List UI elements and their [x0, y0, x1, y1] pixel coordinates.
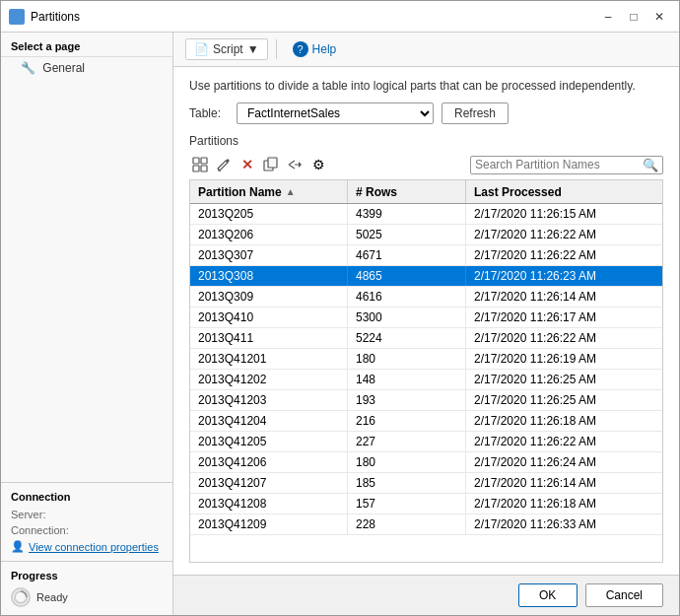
table-row[interactable]: 2013Q41204 216 2/17/2020 11:26:18 AM: [190, 411, 662, 432]
progress-text: Ready: [36, 591, 68, 603]
merge-partition-button[interactable]: [284, 154, 306, 175]
cell-rows: 180: [348, 452, 466, 472]
cell-rows: 180: [348, 349, 466, 369]
description-text: Use partitions to divide a table into lo…: [189, 79, 663, 93]
table-field-label: Table:: [189, 106, 229, 120]
window-title: Partitions: [31, 10, 80, 24]
table-row[interactable]: 2013Q411 5224 2/17/2020 11:26:22 AM: [190, 328, 662, 349]
table-row[interactable]: 2013Q41206 180 2/17/2020 11:26:24 AM: [190, 452, 662, 473]
cell-rows: 157: [348, 494, 466, 513]
script-button[interactable]: 📄 Script ▼: [185, 38, 268, 60]
table-header: Partition Name ▲ # Rows Last Processed: [190, 180, 662, 204]
general-icon: 🔧: [21, 61, 35, 75]
table-row[interactable]: 2013Q41203 193 2/17/2020 11:26:25 AM: [190, 390, 662, 411]
cell-rows: 185: [348, 473, 466, 493]
help-button[interactable]: ? Help: [285, 38, 345, 60]
svg-rect-1: [18, 11, 23, 16]
search-icon: 🔍: [643, 158, 658, 172]
toolbar-separator: [276, 39, 277, 59]
table-row[interactable]: 2013Q41201 180 2/17/2020 11:26:19 AM: [190, 349, 662, 370]
svg-rect-3: [18, 18, 23, 23]
script-label: Script: [213, 42, 243, 56]
progress-row: Ready: [11, 587, 163, 607]
title-bar-left: Partitions: [9, 9, 80, 25]
cell-processed: 2/17/2020 11:26:25 AM: [466, 390, 662, 410]
cell-processed: 2/17/2020 11:26:22 AM: [466, 225, 662, 244]
cell-name: 2013Q41209: [190, 514, 348, 534]
edit-partition-button[interactable]: [213, 154, 235, 175]
progress-section: Progress Ready: [1, 561, 172, 615]
svg-rect-6: [201, 158, 207, 164]
table-row[interactable]: 2013Q410 5300 2/17/2020 11:26:17 AM: [190, 308, 662, 328]
svg-rect-7: [193, 166, 199, 171]
table-row[interactable]: 2013Q41205 227 2/17/2020 11:26:22 AM: [190, 432, 662, 452]
table-info-row: Table: FactInternetSales Refresh: [189, 103, 663, 124]
ok-button[interactable]: OK: [518, 583, 578, 607]
new-partition-button[interactable]: [189, 154, 211, 175]
col-header-processed: Last Processed: [466, 180, 662, 203]
cell-rows: 5300: [348, 308, 466, 327]
help-label: Help: [312, 42, 337, 56]
table-row[interactable]: 2013Q41209 228 2/17/2020 11:26:33 AM: [190, 514, 662, 535]
cell-processed: 2/17/2020 11:26:33 AM: [466, 514, 662, 534]
script-arrow: ▼: [247, 42, 259, 56]
cell-processed: 2/17/2020 11:26:14 AM: [466, 287, 662, 307]
svg-rect-8: [201, 166, 207, 171]
cancel-button[interactable]: Cancel: [585, 583, 663, 607]
cell-name: 2013Q411: [190, 328, 348, 348]
cell-rows: 5224: [348, 328, 466, 348]
table-row[interactable]: 2013Q309 4616 2/17/2020 11:26:14 AM: [190, 287, 662, 308]
refresh-button[interactable]: Refresh: [442, 103, 509, 124]
search-box: 🔍: [470, 156, 663, 174]
search-input[interactable]: [475, 158, 643, 171]
cell-rows: 148: [348, 370, 466, 389]
col-header-name: Partition Name ▲: [190, 180, 348, 203]
table-select[interactable]: FactInternetSales: [237, 103, 434, 124]
minimize-button[interactable]: –: [596, 7, 620, 27]
cell-processed: 2/17/2020 11:26:15 AM: [466, 204, 662, 224]
right-panel: 📄 Script ▼ ? Help Use partitions to divi…: [173, 33, 679, 615]
delete-partition-button[interactable]: ✕: [237, 154, 258, 175]
content-area: Use partitions to divide a table into lo…: [173, 67, 679, 575]
sidebar-item-general[interactable]: 🔧 General: [1, 57, 172, 79]
main-content: Select a page 🔧 General Connection Serve…: [1, 33, 679, 615]
table-row[interactable]: 2013Q307 4671 2/17/2020 11:26:22 AM: [190, 245, 662, 266]
settings-partition-button[interactable]: ⚙: [307, 154, 329, 175]
cell-name: 2013Q309: [190, 287, 348, 307]
cell-processed: 2/17/2020 11:26:19 AM: [466, 349, 662, 369]
cell-rows: 193: [348, 390, 466, 410]
data-table: Partition Name ▲ # Rows Last Processed: [189, 179, 663, 563]
svg-rect-5: [193, 158, 199, 164]
cell-processed: 2/17/2020 11:26:18 AM: [466, 494, 662, 513]
view-connection-label[interactable]: View connection properties: [29, 541, 159, 553]
cell-rows: 4865: [348, 266, 466, 286]
view-connection-link[interactable]: 👤 View connection properties: [11, 540, 163, 553]
window-icon: [9, 9, 25, 25]
close-button[interactable]: ✕: [647, 7, 671, 27]
cell-name: 2013Q205: [190, 204, 348, 224]
toolbar: 📄 Script ▼ ? Help: [173, 33, 679, 67]
maximize-button[interactable]: □: [622, 7, 646, 27]
table-row[interactable]: 2013Q205 4399 2/17/2020 11:26:15 AM: [190, 204, 662, 225]
connection-title: Connection: [11, 491, 163, 503]
table-row[interactable]: 2013Q41202 148 2/17/2020 11:26:25 AM: [190, 370, 662, 390]
table-row[interactable]: 2013Q206 5025 2/17/2020 11:26:22 AM: [190, 225, 662, 245]
cell-name: 2013Q307: [190, 245, 348, 265]
col-header-rows: # Rows: [348, 180, 466, 203]
cell-rows: 227: [348, 432, 466, 451]
connection-section: Connection Server: Connection: 👤 View co…: [1, 482, 172, 561]
cell-name: 2013Q41203: [190, 390, 348, 410]
cell-processed: 2/17/2020 11:26:25 AM: [466, 370, 662, 389]
copy-partition-button[interactable]: [260, 154, 282, 175]
cell-processed: 2/17/2020 11:26:23 AM: [466, 266, 662, 286]
cell-processed: 2/17/2020 11:26:22 AM: [466, 245, 662, 265]
cell-processed: 2/17/2020 11:26:22 AM: [466, 328, 662, 348]
partitions-toolbar: ✕ ⚙: [189, 154, 663, 175]
cell-processed: 2/17/2020 11:26:17 AM: [466, 308, 662, 327]
bottom-bar: OK Cancel: [173, 575, 679, 615]
table-row[interactable]: 2013Q41207 185 2/17/2020 11:26:14 AM: [190, 473, 662, 494]
table-row[interactable]: 2013Q308 4865 2/17/2020 11:26:23 AM: [190, 266, 662, 287]
table-row[interactable]: 2013Q41208 157 2/17/2020 11:26:18 AM: [190, 494, 662, 514]
svg-rect-11: [268, 158, 277, 168]
cell-name: 2013Q41204: [190, 411, 348, 431]
